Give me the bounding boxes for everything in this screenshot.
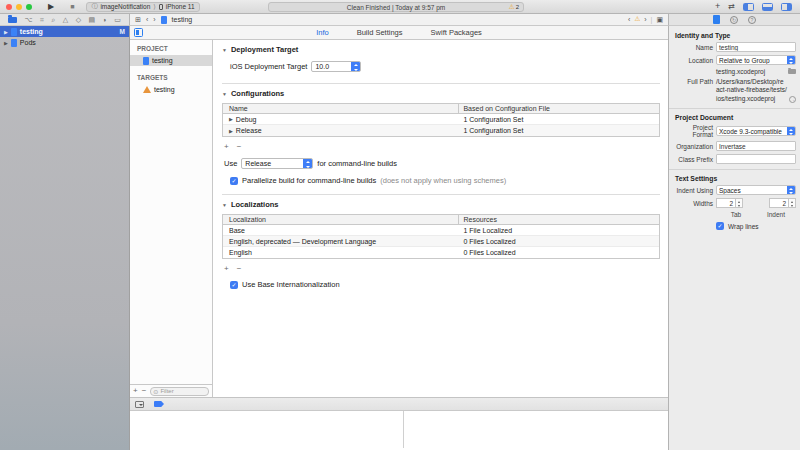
file-inspector-icon[interactable] xyxy=(713,15,720,24)
project-targets-sidebar: PROJECT testing TARGETS testing + − ⊙ Fi… xyxy=(130,40,213,397)
filter-input[interactable]: ⊙ Filter xyxy=(150,387,209,396)
issue-navigator-icon[interactable]: △ xyxy=(63,16,68,23)
base-internationalization-checkbox[interactable]: ✓ xyxy=(230,281,238,289)
table-row[interactable]: ▶ Release 1 Configuration Set xyxy=(223,125,659,136)
table-row[interactable]: Base 1 File Localized xyxy=(223,225,659,236)
dropdown-value: Relative to Group xyxy=(717,56,787,64)
localization-resources: 1 File Localized xyxy=(458,225,659,235)
name-field[interactable]: testing xyxy=(716,42,796,52)
debug-area-divider[interactable] xyxy=(403,411,404,448)
build-status-text: Clean Finished | Today at 9:57 pm xyxy=(347,4,445,11)
warning-icon: ⚠ xyxy=(509,4,515,11)
ios-deployment-target-label: iOS Deployment Target xyxy=(230,62,307,71)
remove-localization-button[interactable]: − xyxy=(237,264,242,273)
tab-info[interactable]: Info xyxy=(316,28,329,37)
back-button[interactable]: ‹ xyxy=(146,16,148,23)
breakpoint-navigator-icon[interactable]: ◗ xyxy=(103,16,107,23)
column-header: Resources xyxy=(458,215,659,224)
class-prefix-field[interactable] xyxy=(716,154,796,164)
project-format-dropdown[interactable]: Xcode 9.3-compatible xyxy=(716,126,796,136)
stepper-icon[interactable] xyxy=(789,198,796,208)
previous-issue-button[interactable]: ‹ xyxy=(628,16,630,23)
section-disclosure-icon[interactable]: ▼ xyxy=(222,202,227,208)
editor-layout-icon[interactable]: ▣ xyxy=(656,16,663,24)
section-title: Localizations xyxy=(231,200,279,209)
issue-badge[interactable]: ⚠ 2 xyxy=(509,4,519,11)
sidebar-item-project-testing[interactable]: testing xyxy=(130,55,212,66)
navigator-item-testing[interactable]: ▶ testing M xyxy=(0,26,129,37)
add-configuration-button[interactable]: + xyxy=(224,142,229,151)
history-inspector-icon[interactable]: ↻ xyxy=(730,16,738,24)
add-target-button[interactable]: + xyxy=(133,387,138,395)
row-disclosure-icon[interactable]: ▶ xyxy=(229,128,233,134)
stop-button[interactable]: ■ xyxy=(70,0,74,13)
toggle-inspector-button[interactable] xyxy=(781,3,792,11)
breakpoints-toggle-icon[interactable] xyxy=(154,401,164,407)
organization-label: Organization xyxy=(673,143,713,150)
remove-target-button[interactable]: − xyxy=(142,387,147,395)
report-navigator-icon[interactable]: ▭ xyxy=(114,16,121,23)
remove-configuration-button[interactable]: − xyxy=(237,142,242,151)
reveal-arrow-icon[interactable]: → xyxy=(789,96,796,103)
wrap-lines-checkbox[interactable]: ✓ xyxy=(716,222,724,230)
localization-name: Base xyxy=(229,227,245,234)
section-disclosure-icon[interactable]: ▼ xyxy=(222,47,227,53)
symbol-navigator-icon[interactable]: ⌗ xyxy=(40,16,44,23)
table-header: Localization Resources xyxy=(223,215,659,225)
minimize-button[interactable] xyxy=(16,4,22,10)
find-navigator-icon[interactable]: ⌕ xyxy=(51,16,55,23)
localization-name: English, deprecated — Development Langua… xyxy=(229,238,376,245)
command-line-configuration-dropdown[interactable]: Release xyxy=(241,158,313,169)
run-button[interactable]: ▶ xyxy=(48,0,54,13)
disclosure-icon[interactable]: ▶ xyxy=(4,40,8,46)
hide-debug-area-icon[interactable] xyxy=(135,401,144,408)
project-file-name: testing.xcodeproj xyxy=(716,68,765,75)
indent-using-dropdown[interactable]: Spaces xyxy=(716,185,796,195)
table-row[interactable]: English 0 Files Localized xyxy=(223,247,659,258)
section-disclosure-icon[interactable]: ▼ xyxy=(222,91,227,97)
source-control-navigator-icon[interactable]: ⌥ xyxy=(24,16,32,23)
file-inspector-panel: Identity and Type Name testing Location … xyxy=(668,26,800,450)
project-navigator-panel: ▶ testing M ▶ Pods xyxy=(0,26,130,450)
column-header: Based on Configuration File xyxy=(458,104,659,113)
stepper-icon[interactable] xyxy=(736,198,743,208)
indent-width-value[interactable]: 2 xyxy=(769,198,789,208)
configuration-name: Release xyxy=(236,127,262,134)
ios-deployment-target-dropdown[interactable]: 10.0 xyxy=(311,61,361,72)
project-navigator-icon[interactable] xyxy=(8,17,17,23)
table-row[interactable]: ▶ Debug 1 Configuration Set xyxy=(223,114,659,125)
tab-width-stepper[interactable]: 2 xyxy=(716,198,743,208)
forward-button[interactable]: › xyxy=(153,16,155,23)
related-items-icon[interactable]: ⊞ xyxy=(135,16,141,24)
scheme-name: imageNotification xyxy=(100,3,150,10)
organization-field[interactable]: Invertase xyxy=(716,141,796,151)
table-row[interactable]: English, deprecated — Development Langua… xyxy=(223,236,659,247)
library-button[interactable]: + xyxy=(715,2,720,11)
scheme-selector[interactable]: ⓘ imageNotification ⟩ iPhone 11 xyxy=(86,2,199,12)
next-issue-button[interactable]: › xyxy=(644,16,646,23)
indent-width-stepper[interactable]: 2 xyxy=(769,198,796,208)
jumpbar-file-name[interactable]: testing xyxy=(172,16,193,23)
test-navigator-icon[interactable]: ◇ xyxy=(76,16,81,23)
zoom-button[interactable] xyxy=(26,4,32,10)
navigator-item-pods[interactable]: ▶ Pods xyxy=(0,37,129,48)
tab-build-settings[interactable]: Build Settings xyxy=(357,28,403,37)
parallelize-checkbox[interactable]: ✓ xyxy=(230,177,238,185)
debug-navigator-icon[interactable]: ▤ xyxy=(89,16,96,23)
tab-width-value[interactable]: 2 xyxy=(716,198,736,208)
toggle-debug-area-button[interactable] xyxy=(762,3,773,11)
location-dropdown[interactable]: Relative to Group xyxy=(716,55,796,65)
editor-tab-bar: Info Build Settings Swift Packages xyxy=(130,26,668,40)
code-review-button[interactable]: ⇄ xyxy=(728,3,735,11)
quick-help-inspector-icon[interactable]: ? xyxy=(748,16,756,24)
tab-swift-packages[interactable]: Swift Packages xyxy=(431,28,482,37)
toggle-navigator-button[interactable] xyxy=(743,3,754,11)
folder-icon[interactable] xyxy=(788,69,796,74)
close-button[interactable] xyxy=(6,4,12,10)
dropdown-value: 10.0 xyxy=(312,62,351,71)
disclosure-icon[interactable]: ▶ xyxy=(4,29,8,35)
add-localization-button[interactable]: + xyxy=(224,264,229,273)
debug-area xyxy=(130,411,668,448)
sidebar-item-target-testing[interactable]: testing xyxy=(130,84,212,95)
row-disclosure-icon[interactable]: ▶ xyxy=(229,116,233,122)
